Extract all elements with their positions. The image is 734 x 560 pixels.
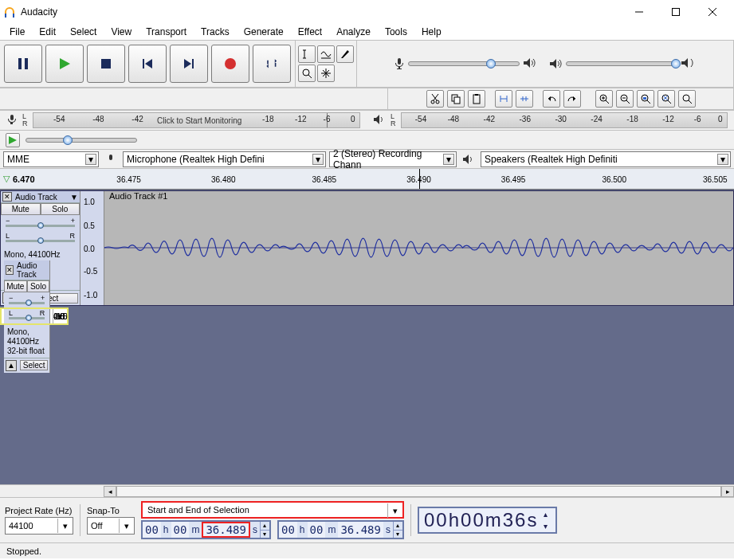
recording-channels-select[interactable]: 2 (Stereo) Recording Chann▾ <box>329 151 457 167</box>
selection-tool[interactable] <box>298 45 316 63</box>
window-minimize-button[interactable] <box>621 0 657 24</box>
audio-position-display[interactable]: 00h00m36s ▴▾ <box>418 507 557 534</box>
zoom-tool[interactable] <box>298 65 316 82</box>
draw-tool[interactable] <box>336 45 354 63</box>
menu-generate[interactable]: Generate <box>237 25 290 39</box>
window-maximize-button[interactable] <box>657 0 694 24</box>
menu-tools[interactable]: Tools <box>379 25 414 39</box>
collapse-button[interactable]: ▲ <box>6 360 17 371</box>
project-rate-select[interactable]: 44100▾ <box>5 517 73 535</box>
menu-transport[interactable]: Transport <box>139 25 193 39</box>
playback-speed-slider[interactable] <box>26 138 137 143</box>
svg-marker-8 <box>60 58 70 69</box>
trim-button[interactable] <box>495 90 512 108</box>
menu-effect[interactable]: Effect <box>292 25 328 39</box>
record-button[interactable] <box>211 45 249 83</box>
horizontal-scrollbar[interactable]: ◂ ▸ <box>0 484 734 497</box>
svg-point-20 <box>303 69 309 76</box>
play-button[interactable] <box>45 45 84 83</box>
vertical-scale[interactable]: 1.0 0.5 0.0 -0.5 -1.0 <box>80 191 104 305</box>
play-at-speed-toolbar <box>0 131 734 150</box>
project-rate-label: Project Rate (Hz) <box>5 506 73 515</box>
track-close-button[interactable]: ✕ <box>2 192 12 202</box>
mute-button[interactable]: Mute <box>1 203 41 215</box>
edit-toolbar <box>388 88 734 109</box>
menu-edit[interactable]: Edit <box>33 25 62 39</box>
gain-slider[interactable] <box>9 302 45 304</box>
pan-slider[interactable] <box>6 240 75 242</box>
stop-button[interactable] <box>87 45 125 83</box>
svg-rect-13 <box>192 59 194 69</box>
waveform-canvas[interactable]: Audio Track #1 <box>104 191 733 305</box>
track-format-info: Mono, 44100Hz32-bit float <box>4 326 49 358</box>
recording-device-select[interactable]: Microphone (Realtek High Defini▾ <box>123 151 326 167</box>
recording-volume-slider[interactable] <box>408 61 520 66</box>
play-at-speed-button[interactable] <box>6 133 20 147</box>
undo-button[interactable] <box>543 90 560 108</box>
svg-marker-63 <box>463 155 469 164</box>
menu-help[interactable]: Help <box>415 25 448 39</box>
solo-button[interactable]: Solo <box>27 280 50 292</box>
cut-button[interactable] <box>426 90 444 108</box>
svg-point-14 <box>225 58 236 69</box>
chevron-down-icon: ▾ <box>387 503 402 518</box>
time-spinner[interactable]: ▴▾ <box>393 522 402 538</box>
mute-button[interactable]: Mute <box>4 280 27 292</box>
timeline-ruler[interactable]: ▽ 6.470 36.475 36.480 36.485 36.490 36.4… <box>0 169 734 190</box>
menu-analyze[interactable]: Analyze <box>330 25 377 39</box>
gain-slider[interactable] <box>6 225 75 227</box>
playback-meter[interactable]: LR -54 -48 -42 -36 -30 -24 -18 -12 -6 0 <box>367 111 734 130</box>
speaker-icon <box>548 56 566 72</box>
svg-rect-36 <box>475 94 478 96</box>
track-name[interactable]: Audio Track <box>15 193 57 202</box>
zoom-out-button[interactable] <box>616 90 634 108</box>
playback-volume-slider[interactable] <box>566 61 677 66</box>
time-spinner[interactable]: ▴▾ <box>541 508 551 532</box>
svg-point-59 <box>683 95 689 101</box>
snap-to-select[interactable]: Off▾ <box>87 517 135 535</box>
audio-host-select[interactable]: MME▾ <box>3 151 99 167</box>
envelope-tool[interactable] <box>317 45 335 63</box>
redo-button[interactable] <box>563 90 581 108</box>
zoom-fit-button[interactable] <box>657 90 675 108</box>
menu-view[interactable]: View <box>104 25 138 39</box>
skip-end-button[interactable] <box>170 45 208 83</box>
selection-start-time[interactable]: 00h 00m 36.489s ▴▾ <box>141 520 271 539</box>
svg-rect-7 <box>25 58 28 69</box>
track-control-panel[interactable]: ✕ Audio Track ▼ Mute Solo −+ LR Mono, 44… <box>4 260 50 373</box>
pan-slider[interactable] <box>9 317 45 319</box>
menu-tracks[interactable]: Tracks <box>194 25 236 39</box>
track-name[interactable]: Audio Track <box>17 261 48 279</box>
scroll-left-button[interactable]: ◂ <box>104 486 116 497</box>
scroll-right-button[interactable]: ▸ <box>721 486 734 497</box>
meters-row: LR -54 -48 -42 Click to Start Monitoring… <box>0 110 734 131</box>
skip-start-button[interactable] <box>128 45 167 83</box>
multi-tool[interactable] <box>317 65 335 82</box>
svg-rect-54 <box>643 97 646 100</box>
zoom-in-button[interactable] <box>595 90 613 108</box>
playback-device-select[interactable]: Speakers (Realtek High Definiti▾ <box>481 151 731 167</box>
paste-button[interactable] <box>468 90 485 108</box>
window-close-button[interactable] <box>694 0 731 24</box>
recording-meter[interactable]: LR -54 -48 -42 Click to Start Monitoring… <box>0 111 367 130</box>
selection-mode-combo[interactable]: Start and End of Selection▾ <box>141 501 404 519</box>
loop-button[interactable] <box>253 45 291 83</box>
menu-file[interactable]: File <box>3 25 31 39</box>
zoom-sel-button[interactable] <box>637 90 654 108</box>
device-toolbar: MME▾ Microphone (Realtek High Defini▾ 2 … <box>0 150 734 169</box>
silence-button[interactable] <box>516 90 533 108</box>
track-close-button[interactable]: ✕ <box>6 265 14 275</box>
svg-point-30 <box>436 100 439 104</box>
zoom-toggle-button[interactable] <box>678 90 696 108</box>
playhead-marker-icon[interactable]: ▽ <box>3 174 10 184</box>
copy-button[interactable] <box>447 90 465 108</box>
track-menu-dropdown[interactable]: ▼ <box>70 193 78 202</box>
menu-select[interactable]: Select <box>64 25 103 39</box>
click-to-monitor-text[interactable]: Click to Start Monitoring <box>157 116 241 125</box>
pause-button[interactable] <box>4 45 42 83</box>
selection-end-time[interactable]: 00h 00m 36.489s ▴▾ <box>277 520 404 539</box>
time-spinner[interactable]: ▴▾ <box>260 522 269 538</box>
solo-button[interactable]: Solo <box>41 203 80 215</box>
track-select-button[interactable]: Select <box>20 360 48 370</box>
svg-marker-28 <box>681 58 688 68</box>
